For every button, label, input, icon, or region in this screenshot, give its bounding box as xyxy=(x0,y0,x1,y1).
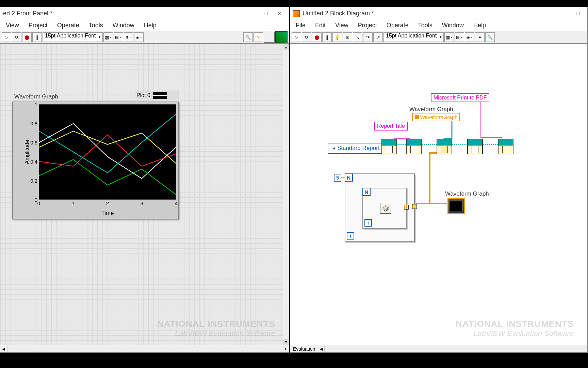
vertical-scrollbar[interactable]: ▲ ▼ xyxy=(283,44,289,345)
titlebar[interactable]: ed 2 Front Panel * — ☐ ✕ xyxy=(0,7,289,20)
minimize-button[interactable]: — xyxy=(557,9,571,18)
help-button[interactable]: ? xyxy=(254,32,263,42)
distribute-button[interactable]: ⊞ xyxy=(455,32,464,42)
maximize-button[interactable]: ☐ xyxy=(259,9,273,18)
scroll-down-icon[interactable]: ▼ xyxy=(283,339,289,345)
menu-operate[interactable]: Operate xyxy=(382,20,413,30)
menu-tools[interactable]: Tools xyxy=(85,20,107,30)
menu-operate[interactable]: Operate xyxy=(53,20,83,30)
font-selector[interactable]: 15pt Application Font xyxy=(43,32,103,42)
minimize-button[interactable]: — xyxy=(245,9,259,18)
menu-file[interactable]: File xyxy=(292,20,310,30)
x-tick: 4 xyxy=(175,200,178,206)
highlight-button[interactable]: 💡 xyxy=(332,32,342,42)
vi-new-report[interactable] xyxy=(381,139,397,154)
scroll-up-icon[interactable]: ▲ xyxy=(283,44,289,50)
reorder-button[interactable]: ◈ xyxy=(465,32,474,42)
align-button[interactable]: ▦ xyxy=(103,32,113,42)
align-button[interactable]: ▦ xyxy=(444,32,454,42)
menu-window[interactable]: Window xyxy=(109,20,138,30)
x-tick: 3 xyxy=(141,200,143,206)
waveform-graph-control[interactable]: Waveform Graph Plot 0 Amplitude 1 0.8 0.… xyxy=(12,93,179,219)
run-continuous-button[interactable]: ⟳ xyxy=(302,32,311,42)
x-axis: 0 1 2 3 4 Time xyxy=(39,200,176,217)
x-tick: 1 xyxy=(72,200,75,206)
loop-i-terminal[interactable]: i xyxy=(347,232,354,240)
horizontal-scrollbar[interactable] xyxy=(325,345,587,352)
block-diagram-window: Untitled 2 Block Diagram * — ☐ File Edit… xyxy=(290,7,588,353)
block-diagram-canvas[interactable]: Microsoft Print to PDF Waveform Graph Wa… xyxy=(290,44,587,345)
menu-view[interactable]: View xyxy=(2,20,23,30)
run-button[interactable]: ▷ xyxy=(2,32,11,42)
y-axis: Amplitude 1 0.8 0.6 0.4 0.2 0 xyxy=(15,104,39,200)
vi-append-control[interactable] xyxy=(437,139,452,154)
scroll-left-icon[interactable]: ◄ xyxy=(0,346,7,352)
terminal-caption: Waveform Graph xyxy=(445,190,489,197)
string-constant-title[interactable]: Report Title xyxy=(374,122,408,131)
step-into-button[interactable]: ↘ xyxy=(353,32,362,42)
loop-n-terminal[interactable]: N xyxy=(345,173,353,182)
cleanup-button[interactable]: ✦ xyxy=(475,32,485,42)
run-continuous-button[interactable]: ⟳ xyxy=(12,32,21,42)
loop-n-terminal[interactable]: N xyxy=(362,188,371,196)
y-tick: 0.4 xyxy=(30,159,37,165)
front-panel-window: ed 2 Front Panel * — ☐ ✕ View Project Op… xyxy=(0,7,289,353)
search-button[interactable]: 🔍 xyxy=(485,32,495,42)
menu-tools[interactable]: Tools xyxy=(414,20,437,30)
loop-i-terminal[interactable]: i xyxy=(364,219,372,227)
random-number-node[interactable]: 🎲 xyxy=(380,203,391,214)
control-reference[interactable]: WaveformGraph xyxy=(412,113,460,121)
grid-icon[interactable] xyxy=(264,32,275,43)
abort-button[interactable]: ⬤ xyxy=(312,32,322,42)
y-tick: 0 xyxy=(35,197,37,203)
plot-area[interactable] xyxy=(39,104,176,200)
menu-project[interactable]: Project xyxy=(24,20,52,30)
front-panel-canvas[interactable]: Waveform Graph Plot 0 Amplitude 1 0.8 0.… xyxy=(0,44,289,345)
window-title: Untitled 2 Block Diagram * xyxy=(303,10,557,17)
retain-wire-button[interactable]: ⊡ xyxy=(343,32,352,42)
menu-help[interactable]: Help xyxy=(469,20,490,30)
y-tick: 0.8 xyxy=(30,121,37,126)
menubar: File Edit View Project Operate Tools Win… xyxy=(290,20,587,31)
close-button[interactable]: ✕ xyxy=(273,9,286,18)
graph-icon xyxy=(450,201,463,211)
search-button[interactable]: 🔍 xyxy=(243,32,253,42)
toolbar: ▷ ⟳ ⬤ ‖ 15pt Application Font ▦ ⊞ ⬍ ◈ 🔍 … xyxy=(0,31,289,44)
menu-project[interactable]: Project xyxy=(354,20,381,30)
resize-button[interactable]: ⬍ xyxy=(124,32,133,42)
titlebar[interactable]: Untitled 2 Block Diagram * — ☐ xyxy=(290,7,587,20)
horizontal-scrollbar[interactable]: ► xyxy=(7,345,289,352)
waveform-graph-terminal[interactable] xyxy=(447,198,465,214)
scroll-right-icon[interactable]: ► xyxy=(283,345,289,352)
reorder-button[interactable]: ◈ xyxy=(134,32,144,42)
font-selector[interactable]: 15pt Application Font xyxy=(383,32,444,42)
distribute-button[interactable]: ⊞ xyxy=(114,32,123,42)
run-button[interactable]: ▷ xyxy=(292,32,301,42)
y-tick: 0.2 xyxy=(30,178,37,184)
scroll-left-icon[interactable]: ◄ xyxy=(318,346,325,352)
outer-for-loop[interactable]: N i N i 🎲 xyxy=(345,173,415,242)
auto-index-tunnel[interactable] xyxy=(404,205,409,210)
vi-set-title[interactable] xyxy=(406,139,422,154)
step-out-button[interactable]: ↗ xyxy=(373,32,383,42)
pause-button[interactable]: ‖ xyxy=(322,32,332,42)
pause-button[interactable]: ‖ xyxy=(32,32,42,42)
menu-help[interactable]: Help xyxy=(140,20,161,30)
statusbar: Evaluation ◄ xyxy=(290,345,587,352)
statusbar: ◄ ► xyxy=(0,345,289,352)
plot-legend[interactable]: Plot 0 xyxy=(135,91,179,100)
menu-window[interactable]: Window xyxy=(438,20,468,30)
enum-constant-report-type[interactable]: Standard Report xyxy=(328,143,389,154)
abort-button[interactable]: ⬤ xyxy=(22,32,32,42)
maximize-button[interactable]: ☐ xyxy=(571,9,585,18)
numeric-constant-loop-count[interactable]: 5 xyxy=(334,174,341,182)
string-constant-printer[interactable]: Microsoft Print to PDF xyxy=(431,93,489,102)
menu-view[interactable]: View xyxy=(331,20,353,30)
auto-index-tunnel[interactable] xyxy=(412,204,417,209)
vi-print-report[interactable] xyxy=(467,139,483,154)
vi-dispose-report[interactable] xyxy=(498,139,513,154)
menu-edit[interactable]: Edit xyxy=(311,20,330,30)
step-over-button[interactable]: ↷ xyxy=(363,32,373,42)
icon-editor-button[interactable] xyxy=(275,31,288,43)
inner-for-loop[interactable]: N i 🎲 xyxy=(362,188,407,229)
